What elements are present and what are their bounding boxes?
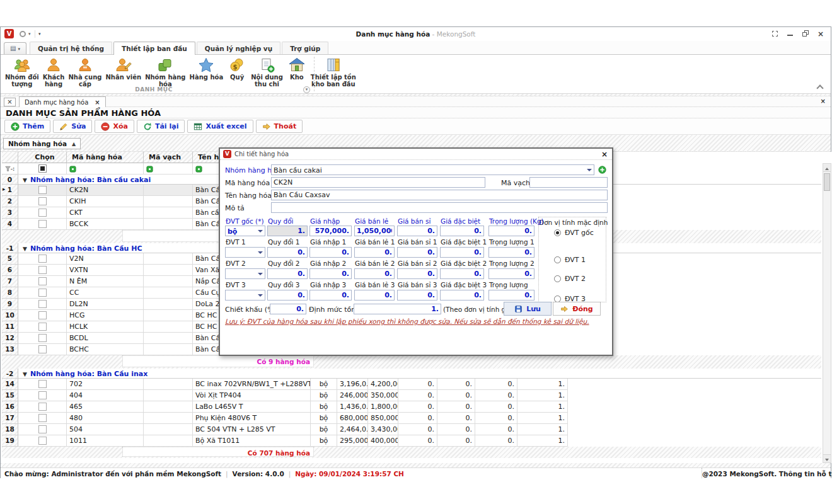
uom-value-input[interactable] [440,268,484,279]
cell-weight[interactable]: 0. [475,390,517,401]
uom-value-input[interactable] [267,247,308,258]
uom-value-input[interactable] [440,290,484,301]
cell-barcode[interactable] [144,435,193,447]
cell-barcode[interactable] [144,287,193,299]
uom-value-input[interactable] [309,226,352,236]
cell-special-price[interactable]: 0. [437,390,475,401]
cell-select[interactable] [18,219,67,230]
cell-code[interactable]: HCLK [67,321,144,333]
row-checkbox[interactable] [38,437,47,445]
ribbon-item-2[interactable]: Khách hàng [41,56,67,88]
cell-select[interactable] [18,413,67,424]
cell-conversion[interactable]: 1. [517,435,568,447]
uom-value-input[interactable] [397,268,437,279]
cell-barcode[interactable] [144,219,193,230]
table-row[interactable]: 15404Vòi Xịt TP404bộ246,000.350,000.0.0.… [2,390,821,401]
ribbon-tab-4[interactable]: Trợ giúp [282,42,328,54]
ribbon-item-8[interactable]: Nội dung thu chi [249,56,285,88]
radio-uom-3[interactable]: ĐVT 2 [554,275,586,283]
cell-barcode[interactable] [144,265,193,276]
uom-value-input[interactable] [440,226,484,236]
cell-wholesale-price[interactable]: 0. [398,390,437,401]
cell-select[interactable] [18,276,67,287]
uom-value-input[interactable] [309,247,352,258]
row-checkbox[interactable] [38,345,47,353]
row-checkbox[interactable] [38,255,47,263]
cell-wholesale-price[interactable]: 0. [398,379,437,390]
toolbar-button-2[interactable]: Sửa [53,120,92,133]
uom-value-input[interactable] [397,247,437,258]
scroll-down-icon[interactable] [823,454,831,462]
close-button[interactable]: × [817,30,824,38]
column-header-2[interactable]: Mã hàng hóa [67,152,144,163]
cell-select[interactable] [18,344,67,355]
cell-code[interactable]: BCCK [67,219,144,230]
filter-cell-3[interactable] [144,163,193,175]
cell-select[interactable] [18,185,67,196]
save-button[interactable]: Lưu [504,302,552,316]
scroll-thumb[interactable] [824,173,830,191]
uom-value-input[interactable] [309,268,352,279]
row-checkbox[interactable] [38,186,47,194]
cell-retail-price[interactable]: 850,000. [368,413,398,424]
cell-weight[interactable]: 0. [475,379,517,390]
cell-buy-price[interactable]: 295,000. [337,435,368,447]
close-all-tabs-button[interactable]: × [4,98,16,106]
cell-buy-price[interactable]: 1,436,0... [337,401,368,413]
cell-conversion[interactable]: 1. [517,424,568,435]
auto-filter-icon[interactable] [195,166,202,173]
cell-select[interactable] [18,253,67,265]
cell-select[interactable] [18,401,67,413]
tab-close-icon[interactable]: × [95,99,100,107]
cell-special-price[interactable]: 0. [437,379,475,390]
cell-select[interactable] [18,435,67,447]
row-checkbox[interactable] [38,311,47,319]
cell-select[interactable] [18,424,67,435]
uom-value-input[interactable] [354,247,395,258]
uom-value-input[interactable] [309,290,352,301]
description-field[interactable] [271,202,608,213]
cell-unit[interactable]: bộ [311,379,337,390]
discount-field[interactable] [270,304,306,314]
uom-value-input[interactable] [267,226,308,236]
cell-name[interactable]: Vòi Xịt TP404 [193,390,311,401]
cell-barcode[interactable] [144,185,193,196]
row-checkbox[interactable] [38,391,47,399]
uom-value-input[interactable] [488,226,534,236]
cell-code[interactable]: HCG [67,310,144,321]
toolbar-button-6[interactable]: Thoát [256,120,303,133]
cell-unit[interactable]: bộ [311,413,337,424]
uom-value-input[interactable] [267,290,308,301]
cell-code[interactable]: BCHC [67,344,144,355]
cell-select[interactable] [18,196,67,207]
vertical-scrollbar[interactable] [823,163,831,463]
cell-name[interactable]: Phụ Kiện 480V6 T [193,413,311,424]
row-checkbox[interactable] [38,323,47,331]
cell-select[interactable] [18,333,67,344]
cell-conversion[interactable]: 1. [517,390,568,401]
cell-wholesale-price[interactable]: 0. [398,424,437,435]
cell-select[interactable] [18,390,67,401]
uom-value-input[interactable] [354,290,395,301]
row-checkbox[interactable] [38,403,47,411]
barcode-field[interactable] [529,177,608,188]
toolbar-button-5[interactable]: Xuất excel [187,120,253,133]
cell-name[interactable]: Bộ Xã T1011 [193,435,311,447]
cell-code[interactable]: CKT [67,207,144,219]
uom-select-3[interactable] [225,268,265,279]
auto-filter-icon[interactable] [146,166,153,173]
stock-norm-field[interactable] [354,304,441,314]
cell-barcode[interactable] [144,253,193,265]
auto-filter-icon[interactable] [69,166,76,173]
cell-name[interactable]: BC 504 VTN + L285 VT [193,424,311,435]
collapse-icon[interactable]: ▼ [23,371,27,377]
cell-unit[interactable]: bộ [311,435,337,447]
restore-button[interactable] [802,30,809,38]
cell-wholesale-price[interactable]: 0. [398,435,437,447]
ribbon-item-7[interactable]: $Quỹ [225,56,249,88]
row-checkbox[interactable] [38,425,47,433]
cell-code[interactable]: 504 [67,424,144,435]
filter-cell-0[interactable]: -: [2,163,18,175]
cell-barcode[interactable] [144,310,193,321]
cell-weight[interactable]: 0. [475,401,517,413]
